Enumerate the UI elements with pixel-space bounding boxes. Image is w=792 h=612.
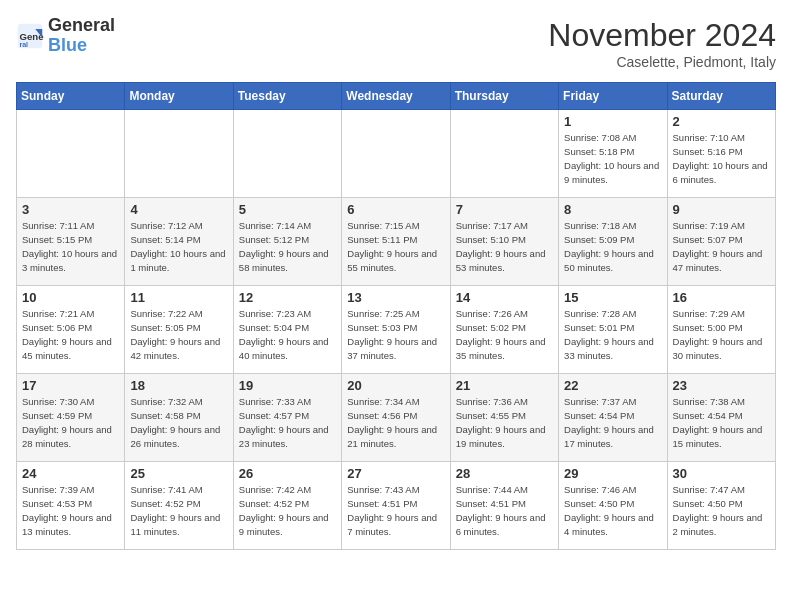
day-info: Sunrise: 7:14 AM Sunset: 5:12 PM Dayligh… xyxy=(239,219,336,274)
day-info: Sunrise: 7:36 AM Sunset: 4:55 PM Dayligh… xyxy=(456,395,553,450)
day-cell: 28Sunrise: 7:44 AM Sunset: 4:51 PM Dayli… xyxy=(450,462,558,550)
day-info: Sunrise: 7:08 AM Sunset: 5:18 PM Dayligh… xyxy=(564,131,661,186)
day-info: Sunrise: 7:22 AM Sunset: 5:05 PM Dayligh… xyxy=(130,307,227,362)
day-number: 30 xyxy=(673,466,770,481)
day-cell xyxy=(450,110,558,198)
day-cell: 10Sunrise: 7:21 AM Sunset: 5:06 PM Dayli… xyxy=(17,286,125,374)
day-number: 9 xyxy=(673,202,770,217)
day-info: Sunrise: 7:38 AM Sunset: 4:54 PM Dayligh… xyxy=(673,395,770,450)
calendar-table: SundayMondayTuesdayWednesdayThursdayFrid… xyxy=(16,82,776,550)
title-area: November 2024 Caselette, Piedmont, Italy xyxy=(548,16,776,70)
day-number: 19 xyxy=(239,378,336,393)
day-info: Sunrise: 7:30 AM Sunset: 4:59 PM Dayligh… xyxy=(22,395,119,450)
day-cell: 3Sunrise: 7:11 AM Sunset: 5:15 PM Daylig… xyxy=(17,198,125,286)
day-info: Sunrise: 7:11 AM Sunset: 5:15 PM Dayligh… xyxy=(22,219,119,274)
day-info: Sunrise: 7:21 AM Sunset: 5:06 PM Dayligh… xyxy=(22,307,119,362)
day-info: Sunrise: 7:32 AM Sunset: 4:58 PM Dayligh… xyxy=(130,395,227,450)
day-cell xyxy=(233,110,341,198)
day-cell: 7Sunrise: 7:17 AM Sunset: 5:10 PM Daylig… xyxy=(450,198,558,286)
day-number: 27 xyxy=(347,466,444,481)
day-info: Sunrise: 7:12 AM Sunset: 5:14 PM Dayligh… xyxy=(130,219,227,274)
day-info: Sunrise: 7:19 AM Sunset: 5:07 PM Dayligh… xyxy=(673,219,770,274)
day-number: 23 xyxy=(673,378,770,393)
day-number: 16 xyxy=(673,290,770,305)
day-cell: 12Sunrise: 7:23 AM Sunset: 5:04 PM Dayli… xyxy=(233,286,341,374)
col-header-tuesday: Tuesday xyxy=(233,83,341,110)
day-info: Sunrise: 7:18 AM Sunset: 5:09 PM Dayligh… xyxy=(564,219,661,274)
day-cell: 5Sunrise: 7:14 AM Sunset: 5:12 PM Daylig… xyxy=(233,198,341,286)
day-number: 26 xyxy=(239,466,336,481)
day-number: 14 xyxy=(456,290,553,305)
day-info: Sunrise: 7:28 AM Sunset: 5:01 PM Dayligh… xyxy=(564,307,661,362)
day-info: Sunrise: 7:29 AM Sunset: 5:00 PM Dayligh… xyxy=(673,307,770,362)
svg-text:ral: ral xyxy=(20,41,29,48)
day-number: 22 xyxy=(564,378,661,393)
day-number: 2 xyxy=(673,114,770,129)
day-number: 10 xyxy=(22,290,119,305)
day-cell xyxy=(125,110,233,198)
day-cell: 24Sunrise: 7:39 AM Sunset: 4:53 PM Dayli… xyxy=(17,462,125,550)
day-number: 8 xyxy=(564,202,661,217)
day-cell: 9Sunrise: 7:19 AM Sunset: 5:07 PM Daylig… xyxy=(667,198,775,286)
col-header-monday: Monday xyxy=(125,83,233,110)
day-number: 5 xyxy=(239,202,336,217)
day-info: Sunrise: 7:43 AM Sunset: 4:51 PM Dayligh… xyxy=(347,483,444,538)
col-header-saturday: Saturday xyxy=(667,83,775,110)
day-number: 1 xyxy=(564,114,661,129)
header-row: SundayMondayTuesdayWednesdayThursdayFrid… xyxy=(17,83,776,110)
day-cell: 22Sunrise: 7:37 AM Sunset: 4:54 PM Dayli… xyxy=(559,374,667,462)
day-info: Sunrise: 7:17 AM Sunset: 5:10 PM Dayligh… xyxy=(456,219,553,274)
week-row-2: 3Sunrise: 7:11 AM Sunset: 5:15 PM Daylig… xyxy=(17,198,776,286)
day-info: Sunrise: 7:39 AM Sunset: 4:53 PM Dayligh… xyxy=(22,483,119,538)
day-cell: 23Sunrise: 7:38 AM Sunset: 4:54 PM Dayli… xyxy=(667,374,775,462)
week-row-3: 10Sunrise: 7:21 AM Sunset: 5:06 PM Dayli… xyxy=(17,286,776,374)
col-header-friday: Friday xyxy=(559,83,667,110)
week-row-5: 24Sunrise: 7:39 AM Sunset: 4:53 PM Dayli… xyxy=(17,462,776,550)
col-header-thursday: Thursday xyxy=(450,83,558,110)
col-header-wednesday: Wednesday xyxy=(342,83,450,110)
day-cell: 18Sunrise: 7:32 AM Sunset: 4:58 PM Dayli… xyxy=(125,374,233,462)
day-number: 3 xyxy=(22,202,119,217)
day-number: 20 xyxy=(347,378,444,393)
day-cell: 19Sunrise: 7:33 AM Sunset: 4:57 PM Dayli… xyxy=(233,374,341,462)
day-cell: 13Sunrise: 7:25 AM Sunset: 5:03 PM Dayli… xyxy=(342,286,450,374)
day-cell: 2Sunrise: 7:10 AM Sunset: 5:16 PM Daylig… xyxy=(667,110,775,198)
day-number: 6 xyxy=(347,202,444,217)
day-cell: 30Sunrise: 7:47 AM Sunset: 4:50 PM Dayli… xyxy=(667,462,775,550)
logo-text: General Blue xyxy=(48,16,115,56)
day-number: 12 xyxy=(239,290,336,305)
day-number: 4 xyxy=(130,202,227,217)
day-cell: 14Sunrise: 7:26 AM Sunset: 5:02 PM Dayli… xyxy=(450,286,558,374)
day-number: 11 xyxy=(130,290,227,305)
day-info: Sunrise: 7:46 AM Sunset: 4:50 PM Dayligh… xyxy=(564,483,661,538)
day-cell: 21Sunrise: 7:36 AM Sunset: 4:55 PM Dayli… xyxy=(450,374,558,462)
day-number: 28 xyxy=(456,466,553,481)
day-info: Sunrise: 7:25 AM Sunset: 5:03 PM Dayligh… xyxy=(347,307,444,362)
logo-blue-text: Blue xyxy=(48,35,87,55)
subtitle: Caselette, Piedmont, Italy xyxy=(548,54,776,70)
logo: Gene ral General Blue xyxy=(16,16,115,56)
day-info: Sunrise: 7:10 AM Sunset: 5:16 PM Dayligh… xyxy=(673,131,770,186)
day-number: 15 xyxy=(564,290,661,305)
day-cell: 20Sunrise: 7:34 AM Sunset: 4:56 PM Dayli… xyxy=(342,374,450,462)
day-cell: 8Sunrise: 7:18 AM Sunset: 5:09 PM Daylig… xyxy=(559,198,667,286)
day-cell xyxy=(17,110,125,198)
week-row-4: 17Sunrise: 7:30 AM Sunset: 4:59 PM Dayli… xyxy=(17,374,776,462)
day-info: Sunrise: 7:26 AM Sunset: 5:02 PM Dayligh… xyxy=(456,307,553,362)
day-info: Sunrise: 7:44 AM Sunset: 4:51 PM Dayligh… xyxy=(456,483,553,538)
day-info: Sunrise: 7:37 AM Sunset: 4:54 PM Dayligh… xyxy=(564,395,661,450)
day-number: 18 xyxy=(130,378,227,393)
day-info: Sunrise: 7:15 AM Sunset: 5:11 PM Dayligh… xyxy=(347,219,444,274)
day-cell: 29Sunrise: 7:46 AM Sunset: 4:50 PM Dayli… xyxy=(559,462,667,550)
month-title: November 2024 xyxy=(548,16,776,54)
col-header-sunday: Sunday xyxy=(17,83,125,110)
day-number: 7 xyxy=(456,202,553,217)
day-cell: 16Sunrise: 7:29 AM Sunset: 5:00 PM Dayli… xyxy=(667,286,775,374)
day-number: 24 xyxy=(22,466,119,481)
day-info: Sunrise: 7:33 AM Sunset: 4:57 PM Dayligh… xyxy=(239,395,336,450)
header: Gene ral General Blue November 2024 Case… xyxy=(16,16,776,70)
day-cell: 17Sunrise: 7:30 AM Sunset: 4:59 PM Dayli… xyxy=(17,374,125,462)
day-cell: 4Sunrise: 7:12 AM Sunset: 5:14 PM Daylig… xyxy=(125,198,233,286)
logo-icon: Gene ral xyxy=(16,22,44,50)
day-info: Sunrise: 7:47 AM Sunset: 4:50 PM Dayligh… xyxy=(673,483,770,538)
